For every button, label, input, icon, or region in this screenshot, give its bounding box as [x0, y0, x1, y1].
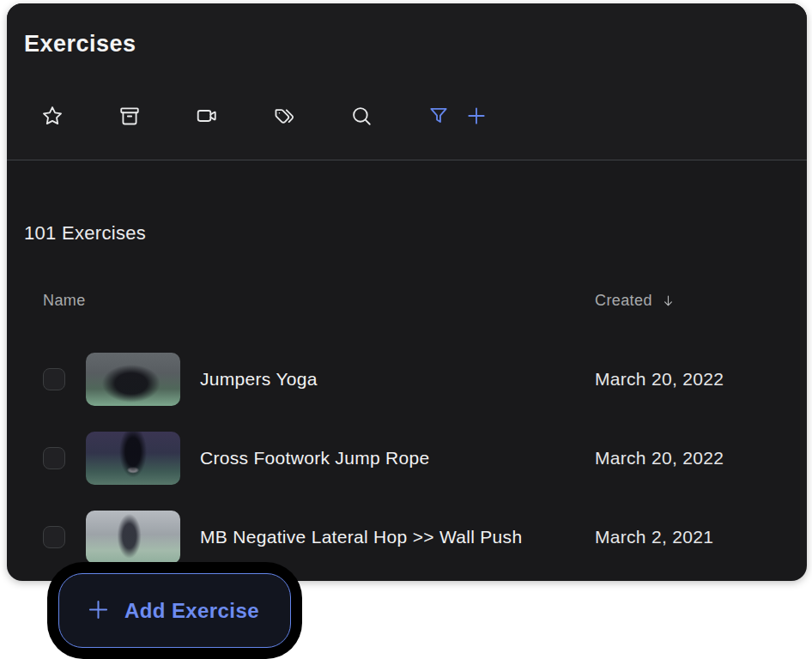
- videos-button[interactable]: [196, 106, 218, 128]
- filter-button[interactable]: [427, 106, 450, 128]
- exercise-name: Cross Footwork Jump Rope: [200, 419, 429, 498]
- row-checkbox[interactable]: [43, 447, 65, 469]
- tag-icon: [273, 105, 295, 130]
- panel-header: Exercises: [7, 3, 807, 160]
- exercise-count: 101 Exercises: [24, 222, 146, 245]
- filter-icon: [427, 105, 450, 130]
- tags-button[interactable]: [273, 106, 295, 128]
- exercise-row[interactable]: Jumpers Yoga March 20, 2022: [7, 340, 807, 419]
- exercise-thumbnail[interactable]: [86, 432, 180, 485]
- add-exercise-label: Add Exercise: [124, 599, 259, 623]
- exercise-created-date: March 20, 2022: [595, 340, 724, 419]
- exercise-row[interactable]: Cross Footwork Jump Rope March 20, 2022: [7, 419, 807, 498]
- toolbar: [41, 106, 488, 128]
- row-checkbox[interactable]: [43, 368, 65, 390]
- favorites-button[interactable]: [41, 106, 64, 128]
- exercise-thumbnail[interactable]: [86, 511, 180, 564]
- exercise-thumbnail[interactable]: [86, 353, 180, 406]
- plus-icon: [465, 105, 488, 130]
- add-exercise-highlight-ring: Add Exercise: [47, 562, 302, 659]
- star-icon: [41, 105, 64, 130]
- add-exercise-button[interactable]: Add Exercise: [58, 573, 291, 648]
- column-header-name[interactable]: Name: [43, 292, 86, 310]
- column-created-label: Created: [595, 292, 652, 310]
- video-camera-icon: [196, 105, 218, 130]
- search-button[interactable]: [350, 106, 373, 128]
- exercise-created-date: March 2, 2021: [595, 498, 713, 577]
- plus-icon: [87, 598, 110, 624]
- page-title: Exercises: [24, 31, 136, 57]
- sort-descending-arrow-icon: [661, 293, 676, 308]
- column-header-created[interactable]: Created: [595, 292, 676, 310]
- exercise-name: Jumpers Yoga: [200, 340, 318, 419]
- search-icon: [350, 105, 373, 130]
- exercises-panel: Exercises: [7, 3, 807, 581]
- archive-button[interactable]: [118, 106, 141, 128]
- row-checkbox[interactable]: [43, 526, 65, 548]
- exercise-created-date: March 20, 2022: [595, 419, 724, 498]
- column-name-label: Name: [43, 292, 86, 310]
- archive-icon: [118, 105, 141, 130]
- add-filter-button[interactable]: [465, 106, 488, 128]
